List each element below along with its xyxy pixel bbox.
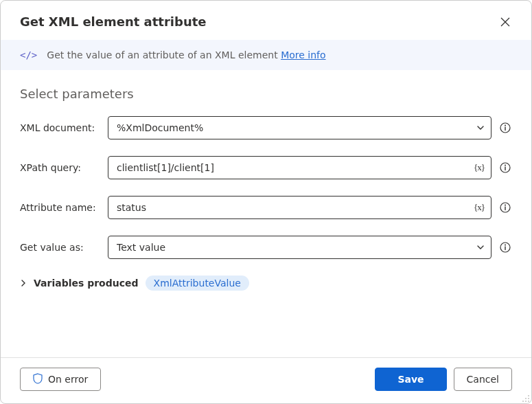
save-button[interactable]: Save [375, 368, 446, 391]
dialog: Get XML element attribute </> Get the va… [0, 0, 532, 404]
dialog-body: Select parameters XML document: XPath qu… [1, 70, 531, 357]
on-error-label: On error [48, 374, 88, 385]
row-xml-document: XML document: [20, 116, 512, 139]
chevron-right-icon [20, 278, 27, 289]
label-attribute-name: Attribute name: [20, 202, 101, 213]
close-button[interactable] [498, 15, 512, 29]
label-xml-document: XML document: [20, 122, 101, 133]
row-xpath-query: XPath query: {x} [20, 156, 512, 179]
info-banner-text: Get the value of an attribute of an XML … [47, 49, 325, 60]
get-value-as-select[interactable] [108, 236, 491, 259]
section-title: Select parameters [20, 87, 512, 101]
control-xml-document [108, 116, 491, 139]
control-attribute-name: {x} [108, 196, 491, 219]
control-xpath-query: {x} [108, 156, 491, 179]
svg-point-16 [528, 398, 529, 399]
xpath-query-input[interactable] [108, 156, 491, 179]
more-info-link[interactable]: More info [281, 49, 325, 60]
code-icon: </> [20, 49, 37, 60]
variable-badge[interactable]: XmlAttributeValue [146, 276, 249, 291]
control-get-value-as [108, 236, 491, 259]
dialog-footer: On error Save Cancel [1, 357, 531, 403]
shield-icon [33, 373, 43, 386]
banner-text: Get the value of an attribute of an XML … [47, 49, 281, 60]
on-error-button[interactable]: On error [20, 368, 101, 391]
xml-document-select[interactable] [108, 116, 491, 139]
svg-point-18 [525, 401, 527, 402]
label-xpath-query: XPath query: [20, 162, 101, 173]
variables-produced-label: Variables produced [34, 278, 139, 289]
svg-point-19 [528, 401, 529, 402]
attribute-name-input[interactable] [108, 196, 491, 219]
help-icon[interactable] [498, 161, 512, 175]
help-icon[interactable] [498, 240, 512, 254]
svg-point-17 [522, 401, 524, 402]
svg-point-14 [528, 395, 529, 396]
help-icon[interactable] [498, 201, 512, 214]
close-icon [500, 17, 510, 27]
svg-point-15 [525, 398, 527, 399]
row-get-value-as: Get value as: [20, 236, 512, 259]
dialog-header: Get XML element attribute [1, 1, 531, 40]
cancel-button[interactable]: Cancel [454, 368, 512, 391]
resize-grip[interactable] [520, 392, 530, 402]
variables-produced-row[interactable]: Variables produced XmlAttributeValue [20, 276, 512, 291]
row-attribute-name: Attribute name: {x} [20, 196, 512, 219]
label-get-value-as: Get value as: [20, 242, 101, 253]
info-banner: </> Get the value of an attribute of an … [1, 40, 531, 70]
help-icon[interactable] [498, 121, 512, 135]
dialog-title: Get XML element attribute [20, 14, 207, 29]
